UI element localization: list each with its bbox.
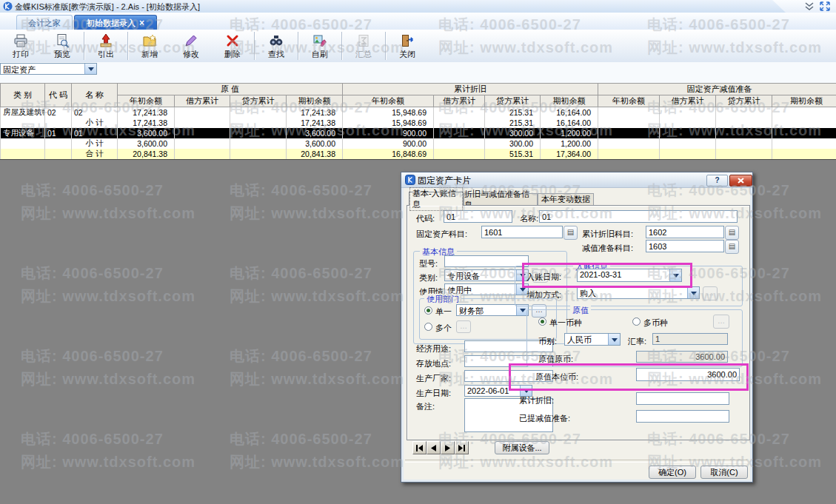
- cell-number: [175, 138, 230, 149]
- fixed-asset-card-dialog: 固定资产卡片 ? 基本-入账信息 折旧与减值准备信息 本年变动数据 代码: 名称…: [401, 172, 753, 483]
- toolbar-button-label: 删除: [224, 49, 241, 60]
- collapse-chevrons-icon[interactable]: [803, 2, 815, 11]
- cell-text: [1, 118, 45, 128]
- sub-header[interactable]: 贷方累计: [485, 95, 541, 107]
- dialog-tab-current-year[interactable]: 本年变动数据: [538, 193, 594, 206]
- sub-header[interactable]: 年初余额: [118, 95, 175, 107]
- tab-close-icon[interactable]: ×: [139, 19, 144, 27]
- dept-single-radio[interactable]: [424, 306, 432, 315]
- dialog-tab-basic-entry[interactable]: 基本-入账信息: [409, 192, 464, 206]
- category-value: 专用设备: [445, 270, 516, 280]
- col-header-name[interactable]: 名 称: [72, 84, 118, 107]
- chevron-down-icon[interactable]: [520, 386, 532, 396]
- cell-number: 900.00: [343, 128, 434, 138]
- nav-prev-button[interactable]: [427, 441, 441, 454]
- fa-account-browse-icon[interactable]: ▤: [564, 226, 578, 240]
- cancel-button[interactable]: 取消(C): [700, 466, 748, 479]
- dep-account-field[interactable]: [646, 226, 724, 238]
- col-header-category[interactable]: 类 别: [1, 84, 45, 107]
- nav-first-button[interactable]: [412, 441, 427, 454]
- cell-number: 1,200.00: [541, 138, 598, 149]
- acc-dep-field[interactable]: [636, 392, 729, 405]
- fa-account-field[interactable]: [481, 226, 563, 238]
- dialog-tab-label: 本年变动数据: [541, 194, 590, 205]
- single-currency-radio[interactable]: [538, 317, 546, 326]
- ok-button[interactable]: 确定(O): [649, 466, 696, 479]
- department-legend: 使用部门: [424, 294, 461, 305]
- add-method-more-button[interactable]: …: [703, 286, 718, 300]
- dep-account-label: 累计折旧科目:: [582, 229, 633, 240]
- table-row[interactable]: 合 计20,841.3820,841.3816,848.69515.3117,3…: [1, 149, 836, 159]
- dialog-titlebar[interactable]: 固定资产卡片 ?: [401, 172, 752, 188]
- dept-multi-more-button[interactable]: …: [456, 320, 471, 333]
- code-field[interactable]: [444, 210, 512, 223]
- table-row[interactable]: 小 计3,600.003,600.00900.00300.001,200.00: [1, 138, 836, 149]
- tab-initial-data-entry[interactable]: 初始数据录入 ×: [74, 15, 157, 30]
- print-button[interactable]: 打印: [0, 30, 41, 62]
- chevron-down-icon[interactable]: [669, 269, 681, 281]
- window-title: 金蝶KIS标准版[教学演示版] - 2.Ais - [初始数据录入]: [15, 1, 200, 13]
- add-method-select[interactable]: 购入: [577, 286, 700, 299]
- imp-account-browse-icon[interactable]: ▤: [725, 240, 739, 254]
- sub-header[interactable]: 贷方累计: [230, 95, 287, 107]
- cell-number: [434, 118, 485, 128]
- summarize-button[interactable]: 汇总: [343, 30, 384, 62]
- watermark-phone-text: 电话: 4006-6500-27: [21, 181, 164, 201]
- table-row[interactable]: 小 计17,241.3817,241.3815,948.69215.3116,1…: [1, 118, 836, 128]
- cell-number: [230, 149, 287, 159]
- chevron-down-icon[interactable]: [608, 334, 620, 345]
- preview-button[interactable]: 预览: [41, 30, 83, 62]
- base-value-field[interactable]: [636, 368, 740, 381]
- cell-number: [230, 128, 287, 138]
- imp-account-field[interactable]: [646, 240, 724, 252]
- find-button[interactable]: 查找: [255, 30, 297, 62]
- dept-multi-radio[interactable]: [424, 323, 432, 331]
- currency-more-button[interactable]: …: [713, 315, 729, 329]
- chevron-down-icon[interactable]: [687, 287, 699, 298]
- delete-button[interactable]: 删除: [212, 30, 253, 62]
- imp-provision-field[interactable]: [636, 410, 729, 423]
- sub-header[interactable]: 期初余额: [541, 95, 598, 107]
- nav-last-button[interactable]: [455, 441, 469, 454]
- edit-button[interactable]: 修改: [170, 30, 212, 62]
- cell-text: 专用设备: [1, 128, 45, 138]
- multi-currency-radio[interactable]: [632, 317, 641, 326]
- add-method-value: 购入: [578, 287, 687, 298]
- sub-header[interactable]: 年初余额: [598, 95, 660, 107]
- attached-equipment-button[interactable]: 附属设备...: [495, 441, 549, 454]
- entry-date-select[interactable]: 2021-03-31: [577, 269, 682, 282]
- help-button[interactable]: ?: [706, 175, 728, 187]
- toolbar-separator: [385, 32, 386, 60]
- new-icon: [142, 33, 157, 48]
- tab-accounting-home[interactable]: 会计之家: [16, 15, 73, 30]
- cell-text: [1, 138, 45, 149]
- nav-next-button[interactable]: [441, 441, 455, 454]
- asset-type-select[interactable]: 固定资产: [0, 63, 97, 75]
- rate-field: [652, 333, 728, 345]
- sub-header[interactable]: 贷方累计: [716, 95, 772, 107]
- cell-number: 3,600.00: [287, 128, 343, 138]
- table-row[interactable]: 专用设备01013,600.003,600.00900.00300.001,20…: [1, 128, 836, 138]
- close-button[interactable]: 关闭: [387, 30, 428, 62]
- expand-arrows-icon[interactable]: [820, 1, 830, 11]
- sub-header[interactable]: 年初余额: [343, 95, 434, 107]
- name-field[interactable]: [539, 210, 738, 223]
- dialog-tab-depreciation[interactable]: 折旧与减值准备信息: [464, 193, 538, 206]
- table-row[interactable]: 房屋及建筑物020217,241.3817,241.3815,948.69215…: [1, 107, 836, 118]
- sub-header[interactable]: 期初余额: [772, 95, 836, 107]
- watermark-website-text: 网址: www.tdxsoft.com: [21, 286, 195, 306]
- sub-header[interactable]: 期初余额: [287, 95, 343, 107]
- chevron-down-icon[interactable]: [84, 64, 96, 74]
- new-button[interactable]: 新增: [129, 30, 170, 62]
- dep-account-browse-icon[interactable]: ▤: [725, 226, 739, 240]
- sub-header[interactable]: 借方累计: [660, 95, 716, 107]
- sub-header[interactable]: 借方累计: [434, 95, 485, 107]
- cell-number: 17,241.38: [118, 118, 175, 128]
- sub-header[interactable]: 借方累计: [175, 95, 230, 107]
- dialog-close-button[interactable]: [729, 175, 752, 187]
- col-header-code[interactable]: 代 码: [45, 84, 72, 107]
- currency-select[interactable]: 人民币: [564, 333, 621, 346]
- cell-number: 3,600.00: [118, 128, 175, 138]
- export-button[interactable]: 引出: [85, 30, 127, 62]
- refresh-button[interactable]: 自刷: [299, 30, 341, 62]
